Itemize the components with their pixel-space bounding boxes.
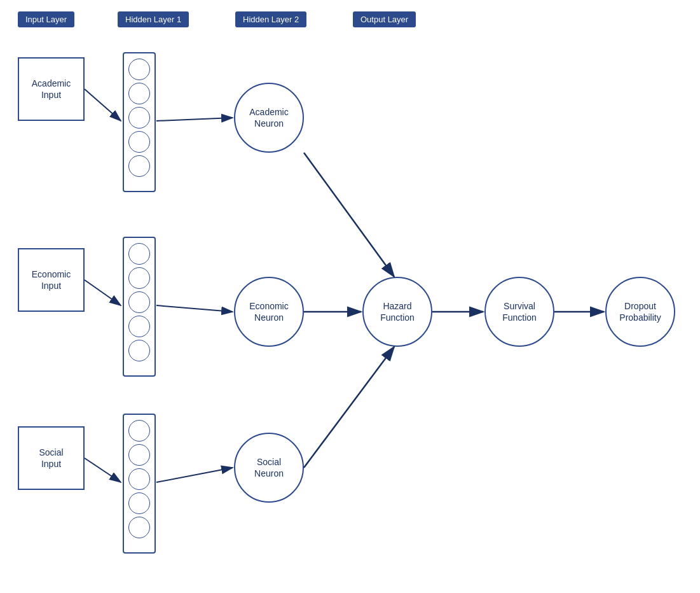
h1-academic-neuron-4: [128, 131, 150, 153]
diagram-container: Input Layer Hidden Layer 1 Hidden Layer …: [0, 0, 700, 593]
economic-input-box: EconomicInput: [18, 248, 85, 312]
academic-neuron: AcademicNeuron: [234, 83, 304, 153]
output-layer-label: Output Layer: [353, 11, 416, 27]
dropout-probability-label: DropoutProbability: [619, 300, 661, 323]
hazard-function-label: HazardFunction: [380, 300, 415, 323]
h1-social-neuron-4: [128, 492, 150, 514]
arrow-economic-to-h1: [85, 280, 121, 305]
hidden1-academic-stack: [123, 52, 156, 192]
social-input-label: SocialInput: [39, 447, 63, 470]
arrow-h1-social-to-h2: [156, 468, 233, 482]
economic-neuron: EconomicNeuron: [234, 277, 304, 347]
economic-input-label: EconomicInput: [32, 269, 71, 291]
arrow-academic-to-h1: [85, 89, 121, 121]
hidden1-social-stack: [123, 414, 156, 554]
arrow-h1-academic-to-h2: [156, 118, 233, 121]
hidden1-layer-label: Hidden Layer 1: [118, 11, 189, 27]
academic-input-box: AcademicInput: [18, 57, 85, 121]
h1-economic-neuron-3: [128, 291, 150, 313]
h1-social-neuron-2: [128, 444, 150, 466]
h1-economic-neuron-1: [128, 243, 150, 265]
h1-social-neuron-5: [128, 517, 150, 538]
h1-academic-neuron-3: [128, 107, 150, 129]
social-neuron: SocialNeuron: [234, 433, 304, 503]
economic-neuron-label: EconomicNeuron: [249, 300, 288, 323]
h1-economic-neuron-2: [128, 267, 150, 289]
hidden2-layer-label: Hidden Layer 2: [235, 11, 306, 27]
hazard-function-node: HazardFunction: [362, 277, 432, 347]
dropout-probability-node: DropoutProbability: [605, 277, 675, 347]
social-input-box: SocialInput: [18, 426, 85, 490]
academic-input-label: AcademicInput: [32, 78, 71, 101]
survival-function-node: SurvivalFunction: [484, 277, 554, 347]
arrow-social-to-hazard: [304, 347, 394, 468]
survival-function-label: SurvivalFunction: [502, 300, 537, 323]
h1-economic-neuron-4: [128, 316, 150, 337]
h1-academic-neuron-1: [128, 59, 150, 80]
h1-economic-neuron-5: [128, 340, 150, 361]
arrows-svg: [0, 0, 700, 593]
arrow-h1-economic-to-h2: [156, 305, 233, 312]
hidden1-economic-stack: [123, 237, 156, 377]
h1-social-neuron-1: [128, 420, 150, 442]
academic-neuron-label: AcademicNeuron: [249, 106, 288, 129]
h1-academic-neuron-5: [128, 155, 150, 177]
h1-academic-neuron-2: [128, 83, 150, 104]
arrow-academic-to-hazard: [304, 153, 394, 277]
arrow-social-to-h1: [85, 458, 121, 482]
input-layer-label: Input Layer: [18, 11, 74, 27]
h1-social-neuron-3: [128, 468, 150, 490]
social-neuron-label: SocialNeuron: [254, 456, 284, 479]
